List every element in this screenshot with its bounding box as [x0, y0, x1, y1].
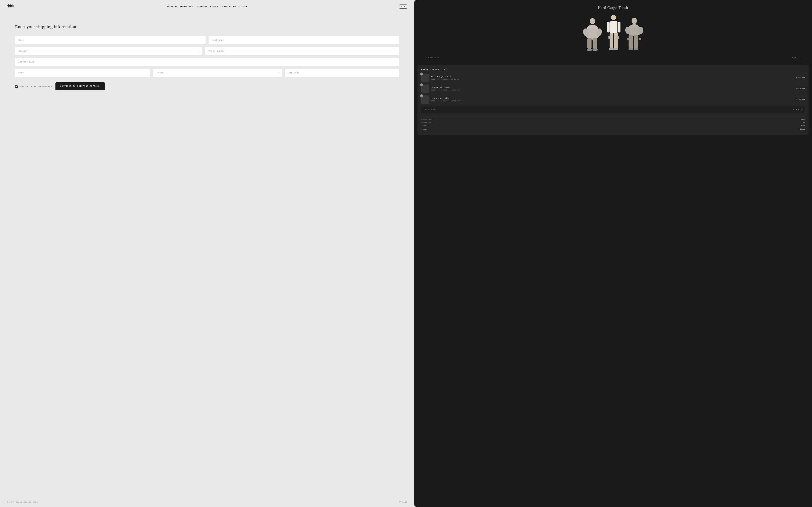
country-phone-row: Country United States United Kingdom Can…	[15, 47, 399, 55]
copyright: © GRAY-SCALE STUDIO 2023	[7, 501, 38, 503]
svg-rect-5	[588, 38, 592, 49]
nav-step-payment[interactable]: PAYMENT AND BILLING	[222, 6, 247, 7]
form-actions: SAVE SHIPPING INFORMATION CONTINUE TO SH…	[15, 82, 399, 90]
prev-button[interactable]: < PREVIOUS	[425, 57, 439, 59]
nav-step-shipping-info[interactable]: SHIPPING INFORMATION	[167, 6, 193, 7]
item-2-price: $400.00	[796, 88, 805, 90]
breadcrumb-nav: SHIPPING INFORMATION › SHIPPING OPTIONS …	[167, 5, 247, 7]
product-images	[418, 13, 808, 55]
svg-point-29	[633, 48, 639, 50]
svg-rect-15	[608, 36, 611, 39]
svg-rect-6	[593, 38, 597, 49]
zip-input[interactable]	[285, 69, 399, 77]
order-item: 1 Hard Cargo Tooth SIZE: M | COLOR: ARTI…	[421, 74, 805, 82]
save-shipping-text: SAVE SHIPPING INFORMATION	[19, 86, 52, 87]
right-panel: Hard Cargo Tooth	[414, 0, 812, 507]
svg-rect-10	[610, 21, 617, 34]
promo-apply-button[interactable]: + Apply	[791, 106, 805, 113]
step-badge: 1/3	[399, 4, 407, 9]
item-2-name: Croped Blizzard	[431, 87, 463, 89]
address-input[interactable]	[15, 58, 399, 66]
last-name-input[interactable]	[209, 36, 399, 44]
svg-point-8	[593, 48, 598, 51]
country-select[interactable]: Country United States United Kingdom Can…	[15, 47, 202, 55]
item-2-details: SIZE: M | COLOR: ARTIC WHITE	[431, 89, 463, 91]
item-1-name: Hard Cargo Tooth	[431, 75, 463, 78]
item-3-details: SIZE: M | COLOR: ARTIC WHITE	[431, 100, 463, 102]
svg-rect-26	[627, 38, 630, 40]
taxes-label: TAXES:	[421, 125, 429, 126]
svg-point-17	[609, 48, 614, 50]
city-state-zip-row: State California New York Texas	[15, 69, 399, 77]
item-2-image-wrap: 1	[421, 84, 429, 93]
svg-point-28	[628, 48, 633, 50]
svg-rect-11	[607, 21, 610, 33]
shipping-label: SHIPPING:	[421, 122, 433, 123]
shipping-row: SHIPPING: $0	[421, 122, 805, 123]
name-input[interactable]	[15, 36, 206, 44]
shipping-form-area: Enter your shipping information Country …	[0, 13, 414, 498]
item-1-image-wrap: 1	[421, 74, 429, 82]
svg-rect-16	[616, 36, 619, 39]
taxes-value: $200	[801, 125, 805, 126]
nav-separator-1: ›	[194, 5, 196, 7]
phone-input[interactable]	[205, 47, 399, 55]
svg-rect-12	[618, 21, 620, 33]
state-select[interactable]: State California New York Texas	[153, 69, 282, 77]
grand-total-row: TOTAL: $1150	[421, 128, 805, 130]
svg-point-9	[611, 15, 616, 20]
form-title: Enter your shipping information	[15, 24, 399, 29]
taxes-row: TAXES: $200	[421, 125, 805, 126]
figure-center	[605, 13, 622, 55]
subtotal-label: SUBTOTAL:	[421, 119, 433, 121]
nav-separator-2: ›	[219, 5, 221, 7]
subtotal-value: $950	[801, 119, 805, 121]
svg-point-7	[587, 48, 592, 51]
svg-rect-24	[628, 35, 633, 48]
shipping-value: $0	[803, 122, 805, 123]
order-totals: SUBTOTAL: $950 SHIPPING: $0 TAXES: $200 …	[421, 116, 805, 130]
chat-icon	[399, 501, 401, 504]
item-1-details: SIZE: M | COLOR: ARTIC WHITE	[431, 78, 463, 80]
svg-rect-13	[610, 33, 613, 48]
item-3-image-wrap: 1	[421, 95, 429, 104]
save-shipping-checkbox[interactable]	[15, 85, 18, 88]
faqs-text: FAQS	[402, 501, 407, 503]
svg-rect-25	[634, 35, 638, 48]
order-item: 1 Storm Eye Puffer SIZE: M | COLOR: ARTI…	[421, 95, 805, 104]
item-3-price: $250.00	[796, 98, 805, 101]
order-summary-title: ORDEN SUMMARY [3]	[421, 68, 805, 71]
order-summary: ORDEN SUMMARY [3] 1 Hard Cargo Tooth SIZ…	[417, 65, 809, 135]
svg-point-18	[613, 48, 618, 50]
left-panel: SHIPPING INFORMATION › SHIPPING OPTIONS …	[0, 0, 414, 507]
figure-right	[624, 17, 644, 55]
svg-rect-14	[614, 33, 618, 48]
nav-step-shipping-options[interactable]: SHIPPING OPTIONS	[197, 6, 218, 7]
continue-button[interactable]: CONTINUE TO SHIPPING OPTIONS	[55, 82, 105, 90]
logo-icon	[7, 3, 15, 8]
svg-point-0	[590, 18, 595, 24]
save-shipping-label[interactable]: SAVE SHIPPING INFORMATION	[15, 85, 52, 88]
product-nav: < PREVIOUS NEXT >	[418, 55, 808, 61]
product-title: Hard Cargo Tooth	[598, 6, 628, 10]
item-3-name: Storm Eye Puffer	[431, 97, 463, 100]
next-button[interactable]: NEXT >	[793, 57, 801, 59]
faqs-link[interactable]: FAQS	[399, 501, 407, 504]
name-row	[15, 36, 399, 44]
grand-total-value: $1150	[800, 128, 805, 130]
promo-row: + Apply	[421, 106, 805, 113]
promo-input[interactable]	[421, 106, 791, 113]
subtotal-row: SUBTOTAL: $950	[421, 119, 805, 121]
city-input[interactable]	[15, 69, 150, 77]
country-select-wrap: Country United States United Kingdom Can…	[15, 47, 202, 55]
order-item: 1 Croped Blizzard SIZE: M | COLOR: ARTIC…	[421, 84, 805, 93]
product-showcase: Hard Cargo Tooth	[414, 0, 812, 65]
svg-point-19	[631, 18, 637, 24]
left-footer: © GRAY-SCALE STUDIO 2023 FAQS	[0, 498, 414, 507]
item-1-price: $300.00	[796, 76, 805, 79]
address-row	[15, 58, 399, 66]
svg-rect-27	[639, 38, 641, 40]
header: SHIPPING INFORMATION › SHIPPING OPTIONS …	[0, 0, 414, 13]
logo	[7, 3, 15, 10]
grand-total-label: TOTAL:	[421, 128, 429, 130]
